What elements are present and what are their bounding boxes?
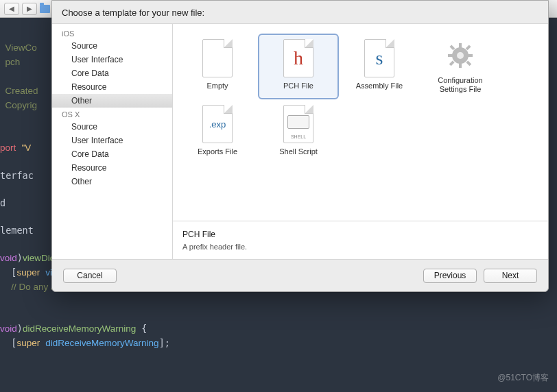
sidebar-group-header: OS X xyxy=(52,108,172,120)
svg-rect-6 xyxy=(449,45,455,50)
svg-rect-4 xyxy=(448,54,453,57)
template-label: Shell Script xyxy=(279,147,318,156)
sidebar-item[interactable]: User Interface xyxy=(52,134,172,147)
file-icon: .exp xyxy=(202,105,233,143)
file-icon: h xyxy=(283,39,313,77)
sidebar-item[interactable]: Resource xyxy=(52,161,172,175)
sidebar-item[interactable]: User Interface xyxy=(52,53,172,66)
svg-rect-9 xyxy=(449,60,455,66)
previous-button[interactable]: Previous xyxy=(423,269,477,283)
sidebar-item[interactable]: Other xyxy=(52,94,172,108)
watermark: @51CTO博客 xyxy=(497,372,549,384)
file-icon: SHELL xyxy=(283,105,313,143)
template-item[interactable]: SHELLShell Script xyxy=(258,99,339,162)
sidebar-item[interactable]: Core Data xyxy=(52,66,172,80)
template-label: Configuration Settings File xyxy=(424,76,497,94)
svg-rect-8 xyxy=(466,45,471,50)
cancel-button[interactable]: Cancel xyxy=(63,269,117,283)
svg-rect-7 xyxy=(466,60,471,66)
sidebar-item[interactable]: Other xyxy=(52,175,172,188)
template-grid: EmptyhPCH FilesAssembly FileConfiguratio… xyxy=(173,24,548,221)
nav-back-button[interactable]: ◀ xyxy=(4,3,19,15)
template-category-sidebar: iOSSourceUser InterfaceCore DataResource… xyxy=(52,24,173,259)
sidebar-item[interactable]: Source xyxy=(52,39,172,53)
svg-rect-5 xyxy=(468,54,473,57)
sidebar-item[interactable]: Core Data xyxy=(52,147,172,161)
dialog-footer: Cancel Previous Next xyxy=(52,260,548,291)
template-item[interactable]: Configuration Settings File xyxy=(420,34,501,99)
template-label: Empty xyxy=(206,82,228,90)
dialog-body: iOSSourceUser InterfaceCore DataResource… xyxy=(52,23,548,260)
gear-icon xyxy=(445,39,475,72)
file-icon xyxy=(202,39,233,77)
svg-rect-2 xyxy=(459,43,462,48)
sidebar-item[interactable]: Resource xyxy=(52,80,172,94)
sidebar-group-header: iOS xyxy=(52,27,172,39)
sidebar-item[interactable]: Source xyxy=(52,120,172,134)
template-label: PCH File xyxy=(283,82,313,90)
new-file-dialog: Choose a template for your new file: iOS… xyxy=(51,0,549,292)
template-label: Assembly File xyxy=(356,82,403,90)
description-text: A prefix header file. xyxy=(182,243,538,251)
template-label: Exports File xyxy=(198,147,237,156)
file-icon: s xyxy=(364,39,394,77)
template-description: PCH File A prefix header file. xyxy=(173,221,548,259)
template-content: EmptyhPCH FilesAssembly FileConfiguratio… xyxy=(173,24,548,259)
template-item[interactable]: hPCH File xyxy=(258,34,339,99)
svg-rect-3 xyxy=(459,63,462,68)
next-button[interactable]: Next xyxy=(484,269,537,283)
template-item[interactable]: sAssembly File xyxy=(339,34,420,99)
nav-fwd-button[interactable]: ▶ xyxy=(22,3,37,15)
description-title: PCH File xyxy=(182,230,538,239)
dialog-title: Choose a template for your new file: xyxy=(52,1,548,23)
folder-icon xyxy=(40,5,50,13)
svg-point-1 xyxy=(457,52,464,59)
template-item[interactable]: .expExports File xyxy=(177,99,258,162)
template-item[interactable]: Empty xyxy=(177,34,258,99)
